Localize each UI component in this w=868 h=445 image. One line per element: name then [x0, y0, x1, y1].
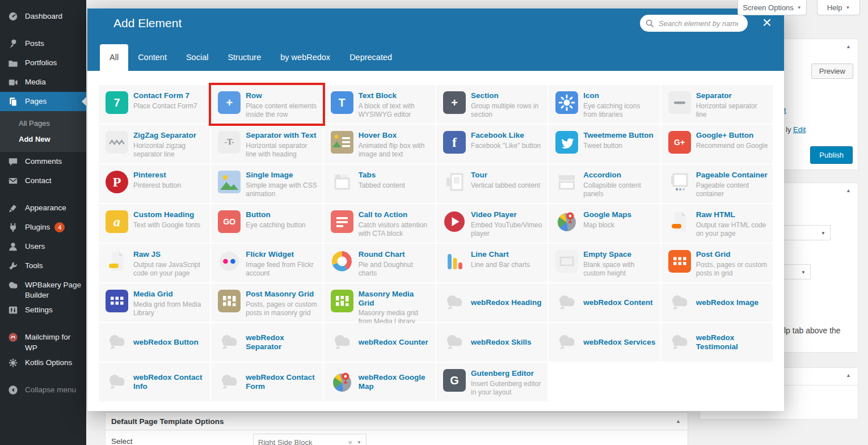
- sidebar-subitem-all-pages[interactable]: All Pages: [0, 116, 86, 132]
- pageable-icon: [668, 171, 691, 193]
- element-card-text: Flickr WidgetImage feed from Flickr acco…: [246, 250, 318, 278]
- element-card-webredox-contact-form[interactable]: webRedox Contact Form: [211, 363, 322, 401]
- tab-structure[interactable]: Structure: [218, 44, 271, 71]
- help-text-fragment: lp tab above the: [784, 326, 841, 335]
- element-card-webredox-button[interactable]: webRedox Button: [99, 323, 210, 362]
- tab-all[interactable]: All: [100, 44, 128, 71]
- sidebar-item-dashboard[interactable]: Dashboard: [0, 7, 86, 26]
- element-card-masonry-media-grid[interactable]: Masonry Media GridMasonry media grid fro…: [324, 283, 435, 322]
- element-card-pageable-container[interactable]: Pageable ContainerPageable content conta…: [661, 164, 773, 203]
- tab-deprecated[interactable]: Deprecated: [340, 44, 402, 71]
- collapse-toggle-icon[interactable]: ▲: [676, 418, 681, 424]
- element-card-accordion[interactable]: AccordionCollapsible content panels: [549, 164, 660, 203]
- sidebar-item-plugins[interactable]: Plugins4: [0, 218, 86, 237]
- help-button[interactable]: Help ▼: [817, 0, 860, 15]
- user-icon: [8, 241, 19, 253]
- tab-social[interactable]: Social: [176, 44, 218, 71]
- element-card-webredox-image[interactable]: webRedox Image: [661, 283, 773, 322]
- element-card-text: SectionGroup multiple rows in section: [471, 91, 543, 119]
- element-card-webredox-services[interactable]: webRedox Services: [549, 323, 660, 362]
- element-card-contact-form-7[interactable]: 7Contact Form 7Place Contact Form7: [99, 85, 210, 124]
- element-card-section[interactable]: +SectionGroup multiple rows in section: [436, 85, 547, 124]
- sidebar-item-portfolios[interactable]: Portfolios: [0, 53, 86, 73]
- element-card-video-player[interactable]: Video PlayerEmbed YouTube/Vimeo player: [436, 204, 547, 243]
- sidebar-item-tools[interactable]: Tools: [0, 256, 86, 276]
- element-title: Post Grid: [696, 250, 768, 259]
- element-card-custom-heading[interactable]: aCustom HeadingText with Google fonts: [99, 204, 210, 243]
- element-card-tour[interactable]: TourVertical tabbed content: [436, 164, 547, 203]
- sidebar-item-kotlis-options[interactable]: Kotlis Options: [0, 353, 86, 372]
- row-plus-icon: +: [218, 91, 241, 114]
- element-title: Accordion: [583, 171, 655, 180]
- element-card-row[interactable]: +RowPlace content elements inside the ro…: [211, 85, 322, 124]
- element-card-separator[interactable]: SeparatorHorizontal separator line: [661, 85, 773, 124]
- sidebar-item-comments[interactable]: Comments: [0, 152, 86, 171]
- sidebar-item-settings[interactable]: Settings: [0, 300, 86, 320]
- element-description: Posts, pages or custom posts in masonry …: [246, 300, 318, 317]
- page-template-select[interactable]: Right Side Block × ▼: [253, 434, 366, 445]
- sidebar-item-collapse-menu[interactable]: Collapse menu: [0, 380, 86, 400]
- sidebar-subitem-add-new[interactable]: Add New: [0, 132, 86, 147]
- sidebar-item-label: Kotlis Options: [25, 358, 72, 368]
- element-card-post-masonry-grid[interactable]: Post Masonry GridPosts, pages or custom …: [211, 283, 322, 322]
- sidebar-item-wpbakery-page-builder[interactable]: WPBakery Page Builder: [0, 276, 86, 300]
- sidebar-item-contact[interactable]: Contact: [0, 171, 86, 190]
- element-search[interactable]: [640, 15, 748, 32]
- element-card-raw-html[interactable]: Raw HTMLOutput raw HTML code on your pag…: [661, 204, 773, 243]
- remove-icon[interactable]: ×: [348, 438, 352, 445]
- sidebar-item-users[interactable]: Users: [0, 237, 86, 256]
- tab-by-webredox[interactable]: by webRedox: [271, 44, 340, 71]
- element-card-tweetmeme-button[interactable]: Tweetmeme ButtonTweet button: [549, 125, 660, 163]
- element-card-text-block[interactable]: TText BlockA block of text with WYSIWYG …: [324, 85, 435, 124]
- collapse-toggle-icon[interactable]: ▲: [846, 188, 851, 193]
- collapse-toggle-icon[interactable]: ▲: [846, 44, 851, 49]
- element-card-google-maps[interactable]: Google MapsMap block: [549, 204, 660, 243]
- element-card-webredox-google-map[interactable]: webRedox Google Map: [324, 363, 435, 401]
- element-card-tabs[interactable]: TabsTabbed content: [324, 164, 435, 203]
- element-card-text: Google MapsMap block: [583, 210, 631, 230]
- element-description: Catch visitors attention with CTA block: [359, 221, 431, 238]
- element-card-post-grid[interactable]: Post GridPosts, pages or custom posts in…: [661, 244, 773, 282]
- element-card-text: webRedox Contact Info: [133, 373, 205, 391]
- tab-content[interactable]: Content: [128, 44, 176, 71]
- element-card-webredox-counter[interactable]: webRedox Counter: [324, 323, 435, 362]
- element-card-pinterest[interactable]: PPinterestPinterest button: [99, 164, 210, 203]
- element-card-webredox-heading[interactable]: webRedox Heading: [436, 283, 547, 322]
- element-card-hover-box[interactable]: Hover BoxAnimated flip box with image an…: [324, 125, 435, 163]
- element-card-empty-space[interactable]: Empty SpaceBlank space with custom heigh…: [549, 244, 660, 282]
- screen-options-button[interactable]: Screen Options ▼: [738, 0, 807, 15]
- element-card-gutenberg-editor[interactable]: GGutenberg EditorInsert Gutenberg editor…: [436, 363, 547, 401]
- element-card-raw-js[interactable]: Raw JSOutput raw JavaScript code on your…: [99, 244, 210, 282]
- element-card-single-image[interactable]: Single ImageSimple image with CSS animat…: [211, 164, 322, 203]
- element-card-icon[interactable]: IconEye catching icons from libraries: [549, 85, 660, 124]
- sidebar-item-posts[interactable]: Posts: [0, 34, 86, 53]
- sidebar-item-label: Portfolios: [25, 58, 57, 68]
- element-card-google-button[interactable]: G+Google+ ButtonRecommend on Google: [661, 125, 773, 163]
- element-card-call-to-action[interactable]: Call to ActionCatch visitors attention w…: [324, 204, 435, 243]
- search-input[interactable]: [658, 19, 739, 28]
- element-card-facebook-like[interactable]: fFacebook LikeFacebook "Like" button: [436, 125, 547, 163]
- element-card-webredox-separator[interactable]: webRedox Separator: [211, 323, 322, 362]
- element-card-button[interactable]: GOButtonEye catching button: [211, 204, 322, 243]
- sidebar-item-mailchimp-for-wp[interactable]: Mailchimp for WP: [0, 328, 86, 353]
- sidebar-item-pages[interactable]: Pages: [0, 92, 86, 111]
- preview-button[interactable]: Preview: [811, 63, 853, 79]
- element-card-webredox-testimonial[interactable]: webRedox Testimonial: [661, 323, 773, 362]
- element-card-round-chart[interactable]: Round ChartPie and Doughnut charts: [324, 244, 435, 282]
- sidebar-item-appearance[interactable]: Appearance: [0, 198, 86, 218]
- element-card-media-grid[interactable]: Media GridMedia grid from Media Library: [99, 283, 210, 322]
- element-card-separator-with-text[interactable]: -T-Separator with TextHorizontal separat…: [211, 125, 322, 163]
- element-card-text: TabsTabbed content: [359, 171, 405, 190]
- close-icon[interactable]: ×: [762, 13, 772, 32]
- element-card-webredox-contact-info[interactable]: webRedox Contact Info: [99, 363, 210, 401]
- element-card-line-chart[interactable]: Line ChartLine and Bar charts: [436, 244, 547, 282]
- element-card-webredox-content[interactable]: webRedox Content: [549, 283, 660, 322]
- publish-button[interactable]: Publish: [810, 146, 853, 164]
- element-card-flickr-widget[interactable]: Flickr WidgetImage feed from Flickr acco…: [211, 244, 322, 282]
- collapse-toggle-icon[interactable]: ▲: [846, 372, 851, 378]
- element-title: Line Chart: [471, 250, 530, 259]
- element-card-zigzag-separator[interactable]: ZigZag SeparatorHorizontal zigzag separa…: [99, 125, 210, 163]
- sidebar-item-media[interactable]: Media: [0, 73, 86, 92]
- element-card-webredox-skills[interactable]: webRedox Skills: [436, 323, 547, 362]
- edit-link[interactable]: Edit: [793, 125, 806, 134]
